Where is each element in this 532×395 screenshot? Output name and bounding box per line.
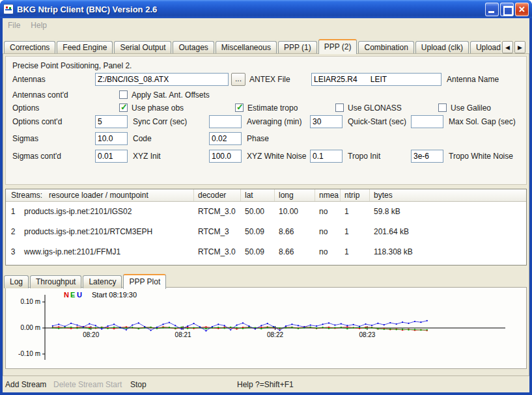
main-tab-bar: Corrections Feed Engine Serial Output Ou… xyxy=(4,37,501,54)
tab-throughput[interactable]: Throughput xyxy=(30,275,81,288)
use-galileo-checkbox[interactable] xyxy=(438,103,447,112)
row-number: 1 xyxy=(6,202,20,222)
sync-corr-label: Sync Corr (sec) xyxy=(133,115,187,128)
svg-text:-0.10 m: -0.10 m xyxy=(18,350,40,357)
sigma-code-input[interactable] xyxy=(95,132,128,145)
start-button[interactable]: Start xyxy=(105,380,122,389)
add-stream-button[interactable]: Add Stream xyxy=(5,380,46,389)
antennas-contd-row: Antennas cont'd Apply Sat. Ant. Offsets xyxy=(6,89,526,102)
panel-description: Precise Point Positioning, Panel 2. xyxy=(12,61,132,70)
max-sol-gap-input[interactable] xyxy=(411,115,443,128)
app-window: BKG Ntrip Client (BNC) Version 2.6 ✕ Fil… xyxy=(0,0,532,395)
averaging-input[interactable] xyxy=(209,115,242,128)
cell-mountpoint: products.igs-ip.net:2101/IGS02 xyxy=(20,202,194,222)
cell-lat: 50.09 xyxy=(241,222,275,242)
sigma-phase-input[interactable] xyxy=(209,132,242,145)
use-glonass-checkbox[interactable] xyxy=(335,103,344,112)
column-header-bytes: bytes xyxy=(370,189,526,201)
sync-corr-input[interactable] xyxy=(95,115,128,128)
tab-ppp-1[interactable]: PPP (1) xyxy=(278,41,317,54)
tab-miscellaneous[interactable]: Miscellaneous xyxy=(216,41,277,54)
stream-row-3[interactable]: 3 www.igs-ip.net:2101/FFMJ1 RTCM_3.0 50.… xyxy=(6,242,526,262)
tropo-init-label: Tropo Init xyxy=(348,150,380,163)
tab-upload-clk[interactable]: Upload (clk) xyxy=(415,41,469,54)
svg-text:0.00 m: 0.00 m xyxy=(20,324,40,331)
stream-row-2[interactable]: 2 products.igs-ip.net:2101/RTCM3EPH RTCM… xyxy=(6,222,526,242)
sigma-code-label: Code xyxy=(133,132,152,145)
column-header-mountpoint: Streams: resource loader / mountpoint xyxy=(6,189,194,201)
bottom-tab-bar: Log Throughput Latency PPP Plot xyxy=(4,273,167,288)
minimize-button[interactable] xyxy=(485,3,499,16)
tropo-white-noise-label: Tropo White Noise xyxy=(449,150,513,163)
antennas-row: Antennas ... ANTEX File Antenna Name xyxy=(6,73,526,86)
svg-text:08:22: 08:22 xyxy=(267,331,283,338)
svg-text:N: N xyxy=(64,291,69,299)
xyz-white-noise-input[interactable] xyxy=(209,150,242,163)
close-button[interactable]: ✕ xyxy=(515,3,529,16)
delete-stream-button[interactable]: Delete Stream xyxy=(53,380,104,389)
svg-text:08:23: 08:23 xyxy=(359,331,375,338)
tab-scroll-right-button[interactable]: ▶ xyxy=(514,41,525,53)
menu-bar: File Help xyxy=(3,18,529,33)
use-glonass-label: Use GLONASS xyxy=(348,102,402,115)
svg-text:08:20: 08:20 xyxy=(83,331,99,338)
apply-sat-ant-offsets-checkbox[interactable] xyxy=(119,90,128,99)
cell-ntrip: 1 xyxy=(341,202,370,222)
cell-nmea: no xyxy=(315,242,341,262)
cell-decoder: RTCM_3 xyxy=(194,222,241,242)
row-number: 3 xyxy=(6,242,20,262)
window-title: BKG Ntrip Client (BNC) Version 2.6 xyxy=(17,5,484,14)
xyz-init-input[interactable] xyxy=(95,150,128,163)
column-header-long: long xyxy=(275,189,315,201)
antennas-label: Antennas xyxy=(12,73,46,86)
cell-mountpoint: www.igs-ip.net:2101/FFMJ1 xyxy=(20,242,194,262)
tab-ppp-plot[interactable]: PPP Plot xyxy=(123,274,166,289)
tab-ppp-2[interactable]: PPP (2) xyxy=(318,39,357,54)
estimate-tropo-label: Estimate tropo xyxy=(247,102,298,115)
use-phase-obs-checkbox[interactable] xyxy=(119,103,128,112)
tab-combination[interactable]: Combination xyxy=(358,41,413,54)
cell-decoder: RTCM_3.0 xyxy=(194,202,241,222)
antex-browse-button[interactable]: ... xyxy=(231,73,245,86)
app-icon[interactable] xyxy=(3,4,14,14)
tropo-init-input[interactable] xyxy=(310,150,343,163)
maximize-button[interactable] xyxy=(500,3,514,16)
tab-scroll-left-button[interactable]: ◀ xyxy=(502,41,513,53)
antex-file-input[interactable] xyxy=(95,73,229,86)
streams-table-header: Streams: resource loader / mountpoint de… xyxy=(6,189,526,202)
cell-nmea: no xyxy=(315,222,341,242)
antenna-name-input[interactable] xyxy=(311,73,441,86)
stop-button[interactable]: Stop xyxy=(130,380,147,389)
tab-scroll-arrows: ◀ ▶ xyxy=(501,41,525,53)
cell-ntrip: 1 xyxy=(341,242,370,262)
streams-table: Streams: resource loader / mountpoint de… xyxy=(5,189,527,266)
tab-upload-eph[interactable]: Upload (eph) xyxy=(470,41,501,54)
antennas-contd-label: Antennas cont'd xyxy=(12,89,68,102)
svg-text:E: E xyxy=(70,291,75,299)
menu-help[interactable]: Help xyxy=(25,19,52,32)
svg-text:Start 08:19:30: Start 08:19:30 xyxy=(92,291,137,299)
options-contd-row: Options cont'd Sync Corr (sec) Averaging… xyxy=(6,115,526,128)
tropo-white-noise-input[interactable] xyxy=(411,150,443,163)
ppp2-panel: Precise Point Positioning, Panel 2. Ante… xyxy=(5,56,527,185)
stream-row-1[interactable]: 1 products.igs-ip.net:2101/IGS02 RTCM_3.… xyxy=(6,202,526,222)
column-header-decoder: decoder xyxy=(194,189,241,201)
footer-toolbar: Add Stream Delete Stream Start Stop Help… xyxy=(3,380,529,392)
tab-feed-engine[interactable]: Feed Engine xyxy=(57,41,113,54)
xyz-init-label: XYZ Init xyxy=(133,150,161,163)
tab-latency[interactable]: Latency xyxy=(83,275,122,288)
quick-start-input[interactable] xyxy=(310,115,343,128)
sigma-phase-label: Phase xyxy=(247,132,269,145)
tab-log[interactable]: Log xyxy=(4,275,29,288)
estimate-tropo-checkbox[interactable] xyxy=(235,103,244,112)
sigmas-contd-row: Sigmas cont'd XYZ Init XYZ White Noise T… xyxy=(6,150,526,163)
apply-sat-ant-offsets-label: Apply Sat. Ant. Offsets xyxy=(132,89,210,102)
tab-corrections[interactable]: Corrections xyxy=(4,41,55,54)
xyz-white-noise-label: XYZ White Noise xyxy=(247,150,306,163)
tab-outages[interactable]: Outages xyxy=(173,41,214,54)
cell-long: 8.66 xyxy=(275,242,315,262)
tab-serial-output[interactable]: Serial Output xyxy=(114,41,171,54)
cell-long: 10.00 xyxy=(275,202,315,222)
menu-file[interactable]: File xyxy=(3,19,25,32)
column-header-lat: lat xyxy=(241,189,275,201)
